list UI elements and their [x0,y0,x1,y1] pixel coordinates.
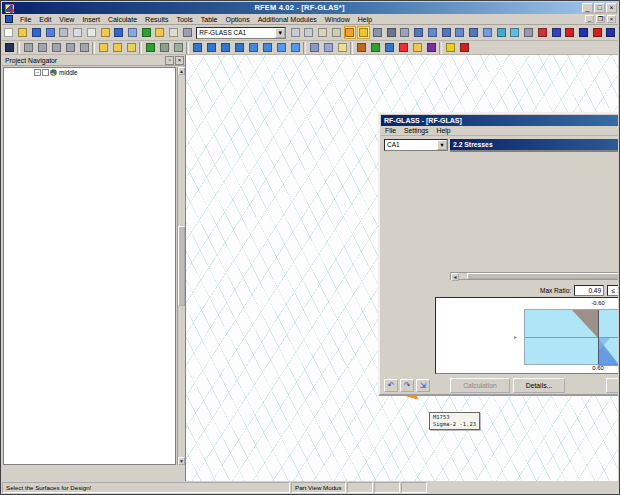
scroll-up-icon[interactable]: ▲ [178,67,185,75]
details-button[interactable]: Details... [513,378,565,393]
pan-icon[interactable] [247,41,260,54]
close-button[interactable]: × [606,3,617,13]
mdi-restore-button[interactable]: ❐ [596,15,605,23]
tree-item-middle[interactable]: −middle [4,69,175,77]
mdi-minimize-button[interactable]: _ [585,15,594,23]
menu-results[interactable]: Results [141,16,172,23]
menu-options[interactable]: Options [222,16,254,23]
new-icon[interactable] [3,26,16,39]
menu-insert[interactable]: Insert [78,16,104,23]
solids-view-icon[interactable] [440,26,453,39]
graphic-button[interactable]: Graphic [606,378,618,393]
jump-prev-button[interactable]: ↷ [400,379,414,392]
rotate-view-icon[interactable] [261,41,274,54]
print-preview-icon[interactable] [71,26,84,39]
move-tool-icon[interactable] [355,41,368,54]
dialog-menu-settings[interactable]: Settings [400,127,433,134]
paste-icon[interactable] [99,26,112,39]
menu-edit[interactable]: Edit [35,16,55,23]
graphics-workspace[interactable]: ➤ M1753 Sigma-2 -1.23 RF-GLASS - [RF-GLA… [186,55,618,481]
save-icon[interactable] [30,26,43,39]
section-tool-icon[interactable] [425,41,438,54]
zoom-out-icon[interactable] [219,41,232,54]
previous-view-icon[interactable] [275,41,288,54]
settings2-icon[interactable] [522,26,535,39]
light-icon[interactable] [336,41,349,54]
guide-corner-icon[interactable] [316,26,329,39]
spline-icon[interactable] [78,41,91,54]
x-axis-icon[interactable] [550,26,563,39]
render-wire-icon[interactable] [322,41,335,54]
mesh-icon[interactable] [144,41,157,54]
calculation-button[interactable]: Calculation [450,378,510,393]
expander-icon[interactable]: − [34,69,41,76]
rotate-icon[interactable] [495,26,508,39]
scroll-left-icon[interactable]: ◄ [451,273,459,281]
results-view-icon[interactable] [454,26,467,39]
mirror-tool-icon[interactable] [383,41,396,54]
zoom-window-icon[interactable] [191,41,204,54]
maximize-button[interactable]: □ [594,3,605,13]
save-all-icon[interactable] [44,26,57,39]
navigator-close-icon[interactable]: × [175,56,184,65]
refine-icon[interactable] [172,41,185,54]
isometric-view-icon[interactable] [289,41,302,54]
mdi-close-button[interactable]: × [607,15,616,23]
menu-window[interactable]: Window [321,16,354,23]
layer-manager-icon[interactable] [111,41,124,54]
undo-icon[interactable] [112,26,125,39]
menu-table[interactable]: Table [197,16,222,23]
combo-red-icon[interactable] [591,26,604,39]
partial-view-icon[interactable] [458,41,471,54]
center-icon[interactable] [508,26,521,39]
copy-icon[interactable] [85,26,98,39]
mdi-child-icon[interactable] [5,15,13,23]
menu-additional-modules[interactable]: Additional Modules [254,16,321,23]
menu-file[interactable]: File [16,16,35,23]
navigator-scrollbar[interactable]: ▲ ▼ [177,67,185,465]
scroll-down-icon[interactable]: ▼ [178,457,185,465]
user-view-icon[interactable] [371,26,384,39]
menu-tools[interactable]: Tools [172,16,196,23]
dialog-menu-file[interactable]: File [381,127,400,134]
delete-tool-icon[interactable] [397,41,410,54]
jump-next-button[interactable]: ⇲ [416,379,430,392]
zoom-in-icon[interactable] [205,41,218,54]
project-manager-icon[interactable] [154,26,167,39]
wireframe-icon[interactable] [481,26,494,39]
pin-icon[interactable]: ▫ [165,56,174,65]
surfaces-view-icon[interactable] [426,26,439,39]
copy-tool-icon[interactable] [369,41,382,54]
stresses-table[interactable] [450,150,618,152]
combo-blue-icon[interactable] [605,26,618,39]
load-case-red-icon[interactable] [563,26,576,39]
dialog-menu-help[interactable]: Help [433,127,455,134]
menu-help[interactable]: Help [354,16,376,23]
table-icon[interactable] [167,26,180,39]
redo-icon[interactable] [126,26,139,39]
load-case-blue-icon[interactable] [577,26,590,39]
jump-first-button[interactable]: ↶ [384,379,398,392]
renderer-icon[interactable] [385,26,398,39]
table-horizontal-scrollbar[interactable]: ◄ ► [450,272,618,280]
minimize-button[interactable]: _ [582,3,593,13]
layer-new-icon[interactable] [97,41,110,54]
polyline-icon[interactable] [36,41,49,54]
scroll-thumb[interactable] [178,226,185,306]
zoom-all-icon[interactable] [233,41,246,54]
nav-back-icon[interactable] [289,26,302,39]
photo-icon[interactable] [399,26,412,39]
visibility-icon[interactable] [357,26,370,39]
menu-view[interactable]: View [55,16,78,23]
line-icon[interactable] [22,41,35,54]
axes-icon[interactable] [330,26,343,39]
chevron-down-icon[interactable]: ▼ [437,140,447,150]
nav-forward-icon[interactable] [302,26,315,39]
menu-calculate[interactable]: Calculate [104,16,141,23]
calculator-icon[interactable] [181,26,194,39]
block-library-icon[interactable] [125,41,138,54]
circle-icon[interactable] [64,41,77,54]
chevron-down-icon[interactable]: ▼ [275,28,285,38]
design-case-combo[interactable]: CA1 ▼ [384,139,448,151]
selection-mode-icon[interactable] [344,26,357,39]
